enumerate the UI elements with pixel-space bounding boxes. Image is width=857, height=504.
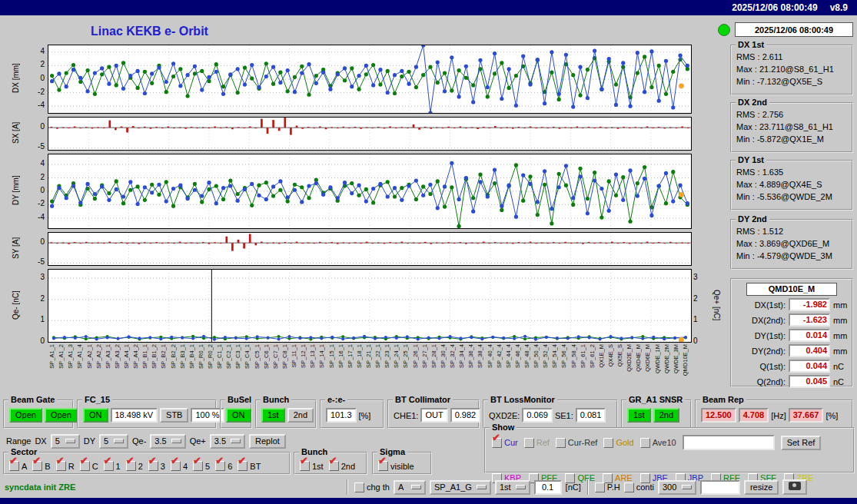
bpm-label: SP_B3_1 [180,344,186,369]
sector-4-checkbox[interactable]: ✔ [171,461,181,471]
tick-label: 2 [25,294,45,303]
show-ref: Ref [524,438,550,448]
bunch-select[interactable]: 1st [495,480,530,495]
bunch-filter-1st-checkbox[interactable]: ✔ [300,461,310,471]
sector-4-label: 4 [183,462,188,471]
bpm-label: QWDE_2M [664,344,670,373]
gr-a1-2nd-button[interactable]: 2nd [653,408,679,423]
bpm-label: SP_52_4 [543,344,549,368]
count-display [700,480,740,495]
range-qem-select[interactable]: 3.5 [150,434,185,449]
tick-label: 4 [25,159,45,168]
tick-label: -5 [25,142,45,151]
separator [587,479,589,495]
sx-steering-plot[interactable] [48,117,692,151]
selected-bpm-panel: QMD10E_M DX(1st): -1.982 mm DX(2nd): -1.… [730,278,853,387]
charge-plot[interactable] [48,269,692,343]
tick-label: 0 [693,337,710,346]
bpm-row-dy2: DY(2nd): 0.404 mm [735,344,849,357]
check-icon: ✔ [300,456,308,466]
bottom-bar [0,498,857,504]
sector-5-checkbox[interactable]: ✔ [193,461,203,471]
conti-checkbox[interactable] [624,482,634,492]
bpm-select[interactable]: SP_A1_G [430,480,491,495]
bpm-label: QXD6E_M [645,344,651,372]
ph-label: P.H [607,482,620,492]
ph-checkbox[interactable] [595,482,605,492]
replot-button[interactable]: Replot [249,434,286,449]
show-cur-checkbox[interactable]: ✔ [492,438,502,448]
show-gold-checkbox[interactable] [603,438,613,448]
sy-steering-plot[interactable] [48,232,692,266]
bpm-label: QXD2E_M [626,344,633,372]
dx-axis-ticks: 420-2-4 [26,45,46,112]
bpm-label: SP_14_1 [319,344,325,368]
beam-rep-value-1: 12.500 [701,408,736,423]
dx-orbit-plot[interactable] [48,45,692,114]
show-cur-ref: Cur-Ref [556,438,598,448]
sector-3-checkbox[interactable]: ✔ [148,461,158,471]
sector-a-checkbox[interactable]: ✔ [9,461,19,471]
bunch-filter-2nd-checkbox[interactable]: ✔ [329,461,339,471]
show-cur-ref-checkbox[interactable] [556,438,566,448]
sector-1: ✔1 [104,461,121,471]
beam-rep-value-2: 4.708 [739,408,769,423]
qxd2e-label: QXD2E: [489,411,520,420]
sector-select[interactable]: A [394,480,426,495]
range-qep-select[interactable]: 3.5 [210,434,245,449]
range-dy-select[interactable]: 5 [99,434,128,449]
bpm-q2-value: 0.045 [789,375,830,388]
sector-2: ✔2 [126,461,143,471]
bpm-label: SP_44_4 [506,344,512,368]
sector-b-checkbox[interactable]: ✔ [32,461,42,471]
dropdown-handle-icon [65,439,75,443]
sector-r-checkbox[interactable]: ✔ [56,461,66,471]
plot-dy-canvas [48,154,691,228]
beam-rep-hz-unit: [Hz] [771,411,786,420]
tick-label: 4 [25,47,45,56]
set-ref-button[interactable]: Set Ref [781,436,822,450]
sector-c: ✔C [80,461,98,471]
se1-display: 0.081 [576,408,606,423]
resize-button[interactable]: resize [744,480,779,495]
bunch-2nd-button[interactable]: 2nd [287,408,314,423]
sector-a: ✔A [9,461,27,471]
show-ref-checkbox[interactable] [524,438,534,448]
sector-c-checkbox[interactable]: ✔ [80,461,90,471]
range-dx-select[interactable]: 5 [51,434,80,449]
bpm-label: SP_38_4 [477,344,483,368]
sector-6-checkbox[interactable]: ✔ [215,461,225,471]
dy-2nd-rms: RMS : 1.512 [736,225,849,237]
beam-gate-open-button-1[interactable]: Open [9,408,42,423]
gr-a1-1st-button[interactable]: 1st [627,408,651,423]
tick-label: 0 [25,337,45,346]
chg-th-checkbox[interactable] [354,482,364,492]
bpm-label: QX1E_M [599,344,605,367]
bpm-label: SP_A1_3 [68,344,74,369]
bunch-1st-button[interactable]: 1st [261,408,285,423]
show-ave10-checkbox[interactable] [640,438,650,448]
dropdown-handle-icon [516,485,526,489]
che1-value-display: 0.982 [450,408,481,423]
ref-name-input[interactable] [683,435,775,450]
sector-bt-checkbox[interactable]: ✔ [238,461,247,471]
fc15-on-button[interactable]: ON [83,408,108,423]
bunch-select-group: Bunch 1st 2nd [255,400,317,429]
sigma-group: Sigma ✔visible [372,452,432,475]
bpm-label: QX4E_S [608,344,614,366]
busel-on-button[interactable]: ON [226,408,251,423]
screenshot-button[interactable] [782,479,807,495]
tick-label: -2 [25,88,45,97]
bpm-label: SP_C4_1 [244,344,251,369]
interval-select[interactable]: 300 [658,480,696,495]
sigma-visible-checkbox[interactable]: ✔ [378,461,388,471]
dy-orbit-plot[interactable] [48,154,692,229]
show-ref-label: Ref [536,438,550,447]
bpm-row-q1: Q(1st): 0.044 nC [735,360,849,373]
sector-2-checkbox[interactable]: ✔ [126,461,136,471]
sector-6: ✔6 [215,461,232,471]
fc15-stb-button[interactable]: STB [160,408,188,423]
bpm-label: SP_12_1 [301,344,307,368]
sector-1-checkbox[interactable]: ✔ [104,461,114,471]
beam-gate-open-button-2[interactable]: Open [45,408,78,423]
